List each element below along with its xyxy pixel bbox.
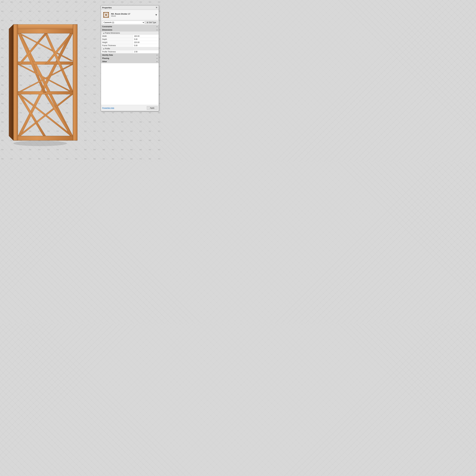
watermark-text: RD bbox=[103, 158, 105, 160]
watermark-text: RD bbox=[103, 149, 105, 151]
width-value[interactable]: 160.00 bbox=[133, 35, 159, 38]
watermark-text: RD bbox=[130, 121, 133, 123]
identity-data-section-row[interactable]: Identity Data « bbox=[101, 53, 159, 57]
dimensions-chevron: » bbox=[156, 29, 157, 31]
phasing-chevron: « bbox=[156, 57, 157, 59]
watermark-text: RD bbox=[112, 1, 114, 3]
watermark-text: RD bbox=[121, 158, 123, 160]
watermark-text: RD bbox=[130, 1, 133, 3]
watermark-text: RD bbox=[112, 158, 114, 160]
panel-header-info: RD_Room Divider 17 Wood bbox=[111, 13, 154, 17]
watermark-text: RD bbox=[130, 149, 133, 151]
other-section-row[interactable]: Other « bbox=[101, 60, 159, 63]
identity-data-section-header[interactable]: Identity Data « bbox=[101, 53, 159, 57]
depth-value[interactable]: 5.00 bbox=[133, 38, 159, 41]
model-area bbox=[0, 0, 86, 162]
svg-point-0 bbox=[13, 141, 67, 146]
dimensions-section-header[interactable]: Dimensions » bbox=[101, 28, 159, 32]
profile-group-row[interactable]: ▶ Profile bbox=[101, 47, 159, 50]
other-chevron: « bbox=[156, 61, 157, 63]
frame-dimensions-group-row[interactable]: ▶ Frame Dimensions bbox=[101, 32, 159, 35]
frame-thickness-value[interactable]: 5.00 bbox=[133, 44, 159, 47]
phasing-section-header[interactable]: Phasing « bbox=[101, 57, 159, 60]
category-dropdown[interactable]: Casework (1) bbox=[102, 21, 145, 24]
profile-thickness-value[interactable]: 2.50 bbox=[133, 50, 159, 53]
dimensions-label: Dimensions bbox=[102, 29, 112, 31]
watermark-text: RD bbox=[158, 1, 160, 3]
watermark-text: RD bbox=[121, 1, 123, 3]
profile-group[interactable]: ▶ Profile bbox=[101, 47, 159, 50]
properties-help-link[interactable]: Properties help bbox=[102, 107, 114, 109]
apply-button[interactable]: Apply bbox=[147, 106, 157, 110]
watermark-text: RD bbox=[149, 130, 151, 132]
profile-triangle: ▶ bbox=[103, 48, 104, 50]
watermark-text: RD bbox=[158, 112, 160, 114]
watermark-text: RD bbox=[93, 158, 96, 160]
svg-rect-32 bbox=[103, 12, 104, 18]
svg-marker-29 bbox=[9, 24, 13, 140]
constraints-section-header[interactable]: Constraints « bbox=[101, 25, 159, 28]
watermark-text: RD bbox=[93, 121, 96, 123]
height-value[interactable]: 220.00 bbox=[133, 41, 159, 44]
phasing-section-row[interactable]: Phasing « bbox=[101, 57, 159, 60]
watermark-text: RD bbox=[93, 10, 96, 12]
watermark-text: RD bbox=[149, 1, 151, 3]
watermark-text: RD bbox=[139, 158, 142, 160]
constraints-chevron: « bbox=[156, 26, 157, 28]
other-section-header[interactable]: Other « bbox=[101, 60, 159, 63]
watermark-text: RD bbox=[93, 47, 96, 49]
watermark-text: RD bbox=[93, 149, 96, 151]
watermark-text: RD bbox=[121, 121, 123, 123]
watermark-text: RD bbox=[149, 149, 151, 151]
watermark-text: RD bbox=[112, 139, 114, 141]
watermark-text: RD bbox=[93, 103, 96, 104]
width-label: Width bbox=[101, 35, 133, 38]
watermark-text: RD bbox=[158, 158, 160, 160]
properties-panel: Properties ✕ RD_Room Divider 17 Wood ▼ bbox=[101, 5, 159, 111]
svg-rect-34 bbox=[103, 12, 109, 13]
profile-label: Profile bbox=[105, 48, 110, 50]
frame-dimensions-label: Frame Dimensions bbox=[105, 32, 120, 34]
watermark-text: RD bbox=[93, 29, 96, 31]
watermark-text: RD bbox=[158, 130, 160, 132]
watermark-text: RD bbox=[93, 38, 96, 40]
watermark-text: RD bbox=[103, 130, 105, 132]
model-svg bbox=[4, 14, 82, 148]
frame-dimensions-group[interactable]: ▶ Frame Dimensions bbox=[101, 32, 159, 35]
panel-titlebar: Properties ✕ bbox=[101, 5, 159, 10]
watermark-text: RD bbox=[93, 56, 96, 58]
frame-thickness-label: Frame Thickness bbox=[101, 44, 133, 47]
watermark-text: RD bbox=[149, 121, 151, 123]
profile-thickness-label: Profile Thickness bbox=[101, 50, 133, 53]
phasing-label: Phasing bbox=[102, 57, 109, 59]
watermark-text: RD bbox=[149, 112, 151, 114]
watermark-text: RD bbox=[139, 112, 142, 114]
header-dropdown-arrow[interactable]: ▼ bbox=[155, 13, 157, 17]
watermark-text: RD bbox=[103, 1, 105, 3]
svg-marker-27 bbox=[18, 24, 73, 29]
watermark-text: RD bbox=[103, 139, 105, 141]
panel-close-button[interactable]: ✕ bbox=[156, 6, 157, 9]
panel-header: RD_Room Divider 17 Wood ▼ bbox=[101, 10, 159, 20]
identity-data-chevron: « bbox=[156, 54, 157, 56]
watermark-text: RD bbox=[93, 84, 96, 86]
watermark-text: RD bbox=[139, 121, 142, 123]
watermark-text: RD bbox=[139, 1, 142, 3]
svg-rect-25 bbox=[18, 29, 73, 33]
constraints-section-row[interactable]: Constraints « bbox=[101, 25, 159, 28]
frame-thickness-row: Frame Thickness 5.00 bbox=[101, 44, 159, 47]
identity-data-label: Identity Data bbox=[102, 54, 113, 56]
watermark-text: RD bbox=[130, 139, 133, 141]
watermark-text: RD bbox=[158, 149, 160, 151]
frame-dim-triangle: ▶ bbox=[103, 33, 104, 34]
dimensions-section-row[interactable]: Dimensions » bbox=[101, 28, 159, 32]
thumbnail-box bbox=[102, 11, 110, 19]
watermark-text: RD bbox=[112, 121, 114, 123]
watermark-text: RD bbox=[121, 149, 123, 151]
watermark-text: RD bbox=[139, 130, 142, 132]
component-name: RD_Room Divider 17 bbox=[111, 13, 154, 15]
watermark-text: RD bbox=[93, 139, 96, 141]
edit-type-button[interactable]: ⊞ Edit Type bbox=[145, 21, 157, 24]
svg-rect-24 bbox=[13, 136, 73, 140]
watermark-text: RD bbox=[93, 66, 96, 68]
